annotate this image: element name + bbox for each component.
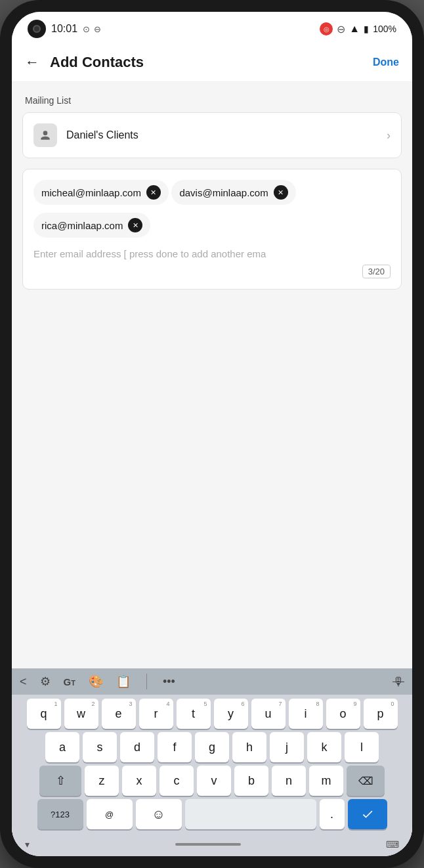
contact-svg — [39, 129, 52, 142]
page-title: Add Contacts — [50, 54, 373, 71]
done-button[interactable]: Done — [373, 56, 399, 68]
status-right: ⊖ ▲ ▮ 100% — [320, 22, 396, 35]
keyboard-separator — [146, 674, 147, 689]
checkmark-icon — [361, 808, 374, 821]
email-chip-1: micheal@minlaap.com — [33, 180, 169, 205]
email-chip-3-text: rica@minlaap.com — [41, 220, 123, 231]
notification-icon — [320, 22, 333, 35]
key-g[interactable]: g — [195, 732, 229, 762]
key-o[interactable]: 9o — [326, 699, 360, 729]
battery-icon: ▮ — [364, 24, 369, 34]
app-content: ← Add Contacts Done Mailing List Daniel'… — [12, 43, 412, 856]
key-submit[interactable] — [348, 799, 387, 829]
keyboard-layout-icon[interactable]: ⌨ — [386, 839, 399, 850]
key-delete[interactable]: ⌫ — [347, 766, 385, 796]
status-bar: 10:01 ⊙ ⊖ ⊖ ▲ ▮ 100% — [12, 12, 412, 43]
keyboard-clipboard-icon[interactable]: 📋 — [116, 674, 131, 689]
key-a[interactable]: a — [45, 732, 79, 762]
status-time: 10:01 — [51, 23, 77, 35]
key-c[interactable]: c — [159, 766, 194, 796]
email-placeholder: Enter email address [ press done to add … — [33, 248, 391, 259]
data-icon: ⊖ — [94, 24, 101, 34]
chevron-right-icon: › — [387, 129, 391, 142]
mailing-list-name: Daniel's Clients — [66, 129, 387, 141]
key-row-1: 1q 2w 3e 4r 5t 6y 7u 8i 9o 0p — [14, 699, 410, 729]
remove-email-1-button[interactable] — [146, 185, 161, 200]
wifi-icon: ▲ — [349, 23, 360, 35]
key-f[interactable]: f — [158, 732, 192, 762]
keyboard-more-icon[interactable]: ••• — [163, 675, 175, 689]
home-indicator — [175, 843, 241, 846]
key-y[interactable]: 6y — [214, 699, 248, 729]
key-l[interactable]: l — [345, 732, 379, 762]
phone-shell: 10:01 ⊙ ⊖ ⊖ ▲ ▮ 100% ← Add Contacts Done — [0, 0, 424, 868]
key-j[interactable]: j — [270, 732, 304, 762]
key-b[interactable]: b — [234, 766, 268, 796]
email-chip-3: rica@minlaap.com — [33, 213, 150, 238]
key-emoji[interactable]: ☺ — [136, 799, 182, 829]
key-row-4: ?123 @ ☺ . — [14, 799, 410, 829]
key-p[interactable]: 0p — [364, 699, 398, 729]
email-input-card[interactable]: micheal@minlaap.com davis@minlaap.com ri… — [22, 169, 402, 290]
key-s[interactable]: s — [83, 732, 117, 762]
keyboard-translate-icon[interactable]: GT — [64, 676, 75, 687]
remove-email-2-button[interactable] — [274, 185, 288, 200]
camera-dot — [28, 20, 46, 38]
key-at[interactable]: @ — [87, 799, 133, 829]
key-k[interactable]: k — [307, 732, 341, 762]
key-period[interactable]: . — [320, 799, 345, 829]
battery-level: 100% — [373, 24, 396, 34]
key-x[interactable]: x — [122, 766, 156, 796]
status-icons-left: ⊙ ⊖ — [83, 24, 101, 34]
sim-icon: ⊙ — [83, 24, 90, 34]
minus-icon: ⊖ — [337, 23, 345, 35]
mailing-list-label: Mailing List — [25, 95, 399, 106]
main-area: Mailing List Daniel's Clients › micheal@… — [12, 82, 412, 668]
keyboard-main: 1q 2w 3e 4r 5t 6y 7u 8i 9o 0p a s — [12, 695, 412, 835]
keyboard-mic-off-icon[interactable]: 🎙 — [392, 675, 404, 689]
email-counter: 3/20 — [362, 265, 391, 278]
key-q[interactable]: 1q — [27, 699, 61, 729]
remove-email-3-button[interactable] — [128, 218, 142, 232]
mailing-list-card[interactable]: Daniel's Clients › — [22, 112, 402, 158]
keyboard-palette-icon[interactable]: 🎨 — [89, 674, 103, 689]
keyboard-settings-icon[interactable]: ⚙ — [40, 674, 51, 689]
key-u[interactable]: 7u — [251, 699, 286, 729]
contact-book-icon — [33, 123, 57, 147]
email-chip-1-text: micheal@minlaap.com — [41, 187, 141, 198]
key-h[interactable]: h — [232, 732, 266, 762]
key-r[interactable]: 4r — [139, 699, 173, 729]
key-t[interactable]: 5t — [177, 699, 211, 729]
keyboard-collapse-icon[interactable]: ▾ — [25, 839, 30, 850]
key-numbers[interactable]: ?123 — [37, 799, 83, 829]
key-space[interactable] — [185, 799, 316, 829]
email-text-input[interactable]: Enter email address [ press done to add … — [33, 248, 391, 259]
key-v[interactable]: v — [197, 766, 231, 796]
back-button[interactable]: ← — [25, 54, 39, 71]
keyboard-area: < ⚙ GT 🎨 📋 ••• 🎙 1q 2w 3e — [12, 668, 412, 856]
key-shift[interactable]: ⇧ — [39, 766, 81, 796]
keyboard-back-icon[interactable]: < — [20, 675, 27, 689]
top-nav: ← Add Contacts Done — [12, 43, 412, 82]
key-row-2: a s d f g h j k l — [14, 732, 410, 762]
key-d[interactable]: d — [120, 732, 154, 762]
phone-screen: 10:01 ⊙ ⊖ ⊖ ▲ ▮ 100% ← Add Contacts Done — [12, 12, 412, 856]
key-row-3: ⇧ z x c v b n m ⌫ — [14, 766, 410, 796]
key-e[interactable]: 3e — [102, 699, 136, 729]
gesture-bar: ▾ ⌨ — [12, 835, 412, 856]
email-chip-2: davis@minlaap.com — [171, 180, 295, 205]
key-z[interactable]: z — [85, 766, 119, 796]
key-n[interactable]: n — [272, 766, 306, 796]
status-left: 10:01 ⊙ ⊖ — [28, 20, 101, 38]
key-i[interactable]: 8i — [289, 699, 323, 729]
key-m[interactable]: m — [309, 766, 343, 796]
keyboard-toolbar: < ⚙ GT 🎨 📋 ••• 🎙 — [12, 668, 412, 695]
key-w[interactable]: 2w — [64, 699, 98, 729]
email-chip-2-text: davis@minlaap.com — [179, 187, 268, 198]
